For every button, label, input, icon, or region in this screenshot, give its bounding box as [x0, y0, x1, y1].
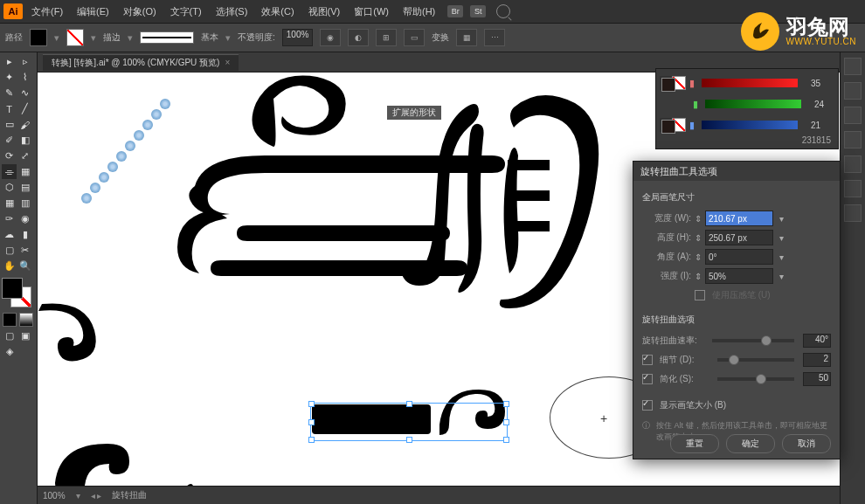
free-transform-tool[interactable]: ▦: [17, 164, 32, 179]
detail-slider[interactable]: [717, 358, 794, 362]
slice-tool[interactable]: ✂: [17, 243, 32, 258]
isolate-btn[interactable]: ▦: [456, 29, 477, 46]
stock-tag[interactable]: St: [470, 5, 486, 17]
intensity-dd-icon[interactable]: ▾: [777, 272, 785, 281]
menu-type[interactable]: 文字(T): [165, 3, 207, 20]
panel-brushes-icon[interactable]: [844, 107, 862, 124]
intensity-input[interactable]: 50%: [705, 268, 773, 284]
panel-swatches-icon[interactable]: [844, 82, 862, 100]
gradient-mode-icon[interactable]: [19, 313, 33, 327]
menu-effect[interactable]: 效果(C): [256, 3, 299, 20]
shaper-tool[interactable]: ✐: [2, 133, 17, 148]
search-icon[interactable]: [496, 4, 510, 18]
shape-builder-tool[interactable]: ⬡: [2, 180, 17, 195]
panel-layers-icon[interactable]: [844, 180, 862, 197]
mesh-tool[interactable]: ▦: [2, 196, 17, 211]
pressure-checkbox[interactable]: [695, 290, 705, 300]
align-btn[interactable]: ⊞: [376, 29, 397, 46]
g-slider[interactable]: [705, 100, 801, 108]
stroke-dd-icon[interactable]: ▾: [91, 32, 96, 44]
graph-tool[interactable]: ▮: [17, 227, 32, 242]
g-value[interactable]: 24: [805, 100, 824, 109]
angle-dd-icon[interactable]: ▾: [777, 252, 785, 262]
line-tool[interactable]: ╱: [17, 101, 32, 116]
menu-object[interactable]: 对象(O): [118, 3, 162, 20]
color-stack[interactable]: [2, 278, 31, 307]
menu-view[interactable]: 视图(V): [303, 3, 346, 20]
width-input[interactable]: 210.67 px: [705, 211, 773, 226]
artboard-tool[interactable]: ▢: [2, 243, 17, 258]
brush-tool[interactable]: 🖌: [17, 117, 32, 132]
shape-btn[interactable]: ▭: [404, 29, 425, 46]
showsize-checkbox[interactable]: [642, 400, 653, 411]
color-panel-swatch-2[interactable]: [660, 118, 686, 132]
screen-mode-normal[interactable]: ▢: [2, 328, 17, 343]
b-value[interactable]: 21: [801, 121, 820, 130]
magic-wand-tool[interactable]: ✦: [2, 70, 17, 85]
panel-symbols-icon[interactable]: [844, 131, 862, 148]
menu-edit[interactable]: 编辑(E): [72, 3, 114, 20]
height-dd-icon[interactable]: ▾: [777, 233, 785, 243]
rate-value[interactable]: 40°: [803, 334, 831, 348]
menu-file[interactable]: 文件(F): [26, 3, 68, 20]
fill-dd-icon[interactable]: ▾: [54, 32, 59, 44]
rect-tool[interactable]: ▭: [2, 117, 17, 132]
symbol-tool[interactable]: ☁: [2, 227, 17, 242]
reset-button[interactable]: 重置: [670, 434, 719, 453]
scale-tool[interactable]: ⤢: [17, 148, 32, 163]
transform-label[interactable]: 变换: [432, 31, 449, 44]
style-btn[interactable]: ◉: [320, 29, 341, 46]
r-slider[interactable]: [702, 79, 798, 87]
close-tab-icon[interactable]: ×: [225, 58, 230, 67]
color-mode-icon[interactable]: [3, 313, 17, 327]
width-tool[interactable]: ⌯: [2, 164, 17, 179]
b-slider[interactable]: [702, 121, 798, 129]
type-tool[interactable]: T: [2, 101, 17, 116]
r-value[interactable]: 35: [801, 79, 820, 88]
hand-tool[interactable]: ✋: [2, 259, 17, 273]
angle-input[interactable]: 0°: [705, 249, 773, 265]
cancel-button[interactable]: 取消: [782, 434, 831, 453]
recolor-btn[interactable]: ◐: [348, 29, 369, 46]
rate-slider[interactable]: [712, 339, 794, 342]
direct-select-tool[interactable]: ▹: [17, 54, 32, 69]
zoom-value[interactable]: 100%: [43, 491, 66, 501]
simplify-value[interactable]: 50: [803, 372, 831, 386]
detail-checkbox[interactable]: [642, 355, 653, 365]
zoom-tool[interactable]: 🔍: [17, 259, 32, 273]
curvature-tool[interactable]: ∿: [17, 86, 32, 100]
width-dd-icon[interactable]: ▾: [777, 214, 785, 224]
menu-window[interactable]: 窗口(W): [349, 3, 394, 20]
screen-mode-full[interactable]: ▣: [17, 328, 32, 343]
color-panel-swatch[interactable]: [660, 76, 686, 90]
more-btn[interactable]: ⋯: [484, 29, 505, 46]
detail-value[interactable]: 2: [803, 353, 831, 367]
pen-tool[interactable]: ✎: [2, 86, 17, 100]
bridge-tag[interactable]: Br: [447, 5, 463, 17]
height-input[interactable]: 250.67 px: [705, 230, 773, 245]
ok-button[interactable]: 确定: [726, 434, 775, 453]
opacity-value[interactable]: 100%: [282, 29, 314, 46]
simplify-slider[interactable]: [717, 377, 794, 381]
menu-help[interactable]: 帮助(H): [398, 3, 440, 20]
blend-tool[interactable]: ◉: [17, 211, 32, 226]
eyedropper-tool[interactable]: ✑: [2, 211, 17, 226]
stroke-weight-dd[interactable]: ▾: [128, 32, 133, 44]
stroke-swatch[interactable]: [66, 29, 84, 46]
stroke-preview[interactable]: [140, 31, 194, 44]
hex-value[interactable]: 231815: [660, 135, 834, 145]
eraser-tool[interactable]: ◧: [17, 133, 32, 148]
rotate-tool[interactable]: ⟳: [2, 148, 17, 163]
lasso-tool[interactable]: ⌇: [17, 70, 32, 85]
stroke-mode-dd[interactable]: ▾: [225, 32, 231, 44]
simplify-checkbox[interactable]: [642, 374, 653, 384]
document-tab[interactable]: 转换] [转换].ai* @ 100% (CMYK/GPU 预览) ×: [43, 54, 239, 71]
menu-select[interactable]: 选择(S): [211, 3, 253, 20]
draw-mode-icon[interactable]: ◈: [2, 344, 17, 359]
panel-color-icon[interactable]: [844, 58, 862, 75]
panel-stroke-icon[interactable]: [844, 155, 862, 173]
selection-tool[interactable]: ▸: [2, 54, 17, 69]
perspective-tool[interactable]: ▤: [17, 180, 32, 195]
panel-libraries-icon[interactable]: [844, 204, 862, 222]
fill-swatch[interactable]: [30, 29, 47, 46]
